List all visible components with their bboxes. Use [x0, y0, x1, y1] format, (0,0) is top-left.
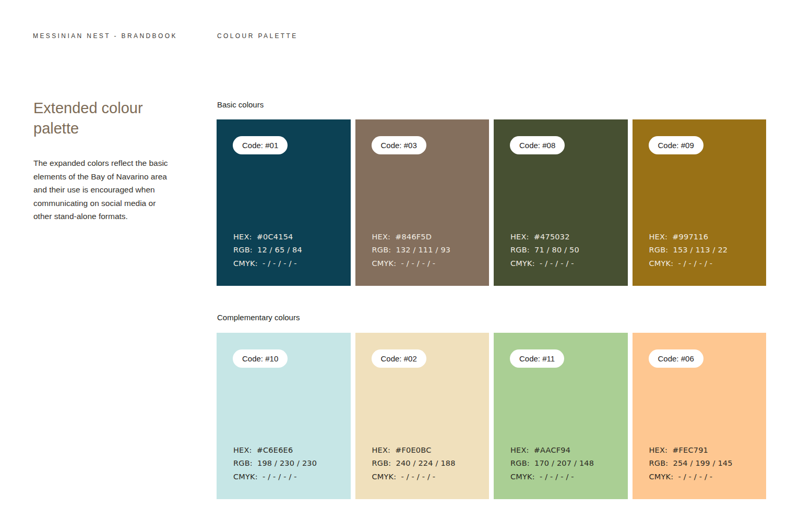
rgb-line: RGB:254 / 199 / 145	[649, 457, 733, 470]
rgb-line: RGB:170 / 207 / 148	[510, 457, 594, 470]
hex-line: HEX:#AACF94	[510, 444, 594, 457]
hex-value: #846F5D	[395, 233, 432, 241]
rgb-label: RGB:	[510, 459, 530, 467]
cmyk-line: CMYK:- / - / - / -	[510, 257, 579, 271]
color-code-label: Code: #09	[658, 141, 694, 150]
cmyk-label: CMYK:	[372, 473, 397, 481]
hex-label: HEX:	[510, 446, 529, 454]
section-label-basic-colours: Basic colours	[217, 100, 264, 109]
color-code-badge: Code: #11	[510, 349, 564, 368]
hex-label: HEX:	[233, 233, 252, 241]
rgb-line: RGB:71 / 80 / 50	[510, 244, 579, 257]
brand-header: MESSINIAN NEST - BRANDBOOK	[33, 32, 177, 40]
color-card-01: Code: #01 HEX:#0C4154 RGB:12 / 65 / 84 C…	[217, 119, 351, 286]
cmyk-value: - / - / - / -	[401, 473, 435, 481]
color-specs: HEX:#C6E6E6 RGB:198 / 230 / 230 CMYK:- /…	[233, 444, 317, 484]
color-code-label: Code: #11	[519, 354, 555, 363]
color-code-label: Code: #01	[242, 141, 278, 150]
hex-line: HEX:#C6E6E6	[233, 444, 317, 457]
color-code-badge: Code: #08	[510, 136, 565, 154]
rgb-value: 170 / 207 / 148	[534, 459, 594, 467]
cmyk-line: CMYK:- / - / - / -	[510, 470, 594, 484]
cmyk-value: - / - / - / -	[678, 473, 712, 481]
cmyk-value: - / - / - / -	[678, 259, 712, 268]
rgb-value: 254 / 199 / 145	[673, 459, 732, 467]
hex-value: #475032	[534, 233, 570, 241]
hex-value: #0C4154	[257, 233, 293, 241]
color-specs: HEX:#475032 RGB:71 / 80 / 50 CMYK:- / - …	[510, 231, 579, 271]
cmyk-value: - / - / - / -	[401, 259, 435, 268]
rgb-line: RGB:198 / 230 / 230	[233, 457, 317, 470]
rgb-label: RGB:	[649, 246, 669, 254]
rgb-label: RGB:	[233, 459, 253, 467]
cmyk-line: CMYK:- / - / - / -	[233, 257, 302, 271]
cmyk-line: CMYK:- / - / - / -	[233, 470, 317, 484]
rgb-line: RGB:153 / 113 / 22	[649, 244, 728, 257]
hex-value: #F0E0BC	[395, 446, 431, 454]
color-specs: HEX:#997116 RGB:153 / 113 / 22 CMYK:- / …	[649, 231, 728, 271]
hex-label: HEX:	[372, 233, 391, 241]
page-header: COLOUR PALETTE	[217, 32, 298, 40]
color-card-11: Code: #11 HEX:#AACF94 RGB:170 / 207 / 14…	[494, 333, 628, 499]
rgb-label: RGB:	[233, 246, 253, 254]
color-code-label: Code: #10	[242, 354, 278, 363]
complementary-colours-row: Code: #10 HEX:#C6E6E6 RGB:198 / 230 / 23…	[217, 333, 766, 499]
rgb-label: RGB:	[372, 459, 391, 467]
cmyk-line: CMYK:- / - / - / -	[649, 470, 733, 484]
color-code-badge: Code: #02	[372, 349, 426, 368]
hex-value: #AACF94	[534, 446, 570, 454]
intro-description: The expanded colors reflect the basic el…	[33, 156, 174, 223]
color-code-badge: Code: #03	[372, 136, 426, 154]
hex-label: HEX:	[649, 446, 668, 454]
rgb-value: 132 / 111 / 93	[396, 246, 450, 254]
page-title: Extended colour palette	[33, 98, 166, 139]
rgb-line: RGB:240 / 224 / 188	[372, 457, 456, 470]
cmyk-line: CMYK:- / - / - / -	[372, 470, 456, 484]
rgb-label: RGB:	[510, 246, 530, 254]
cmyk-value: - / - / - / -	[263, 259, 297, 268]
hex-line: HEX:#0C4154	[233, 231, 302, 244]
cmyk-label: CMYK:	[372, 259, 397, 268]
color-specs: HEX:#F0E0BC RGB:240 / 224 / 188 CMYK:- /…	[372, 444, 456, 484]
hex-line: HEX:#846F5D	[372, 231, 451, 244]
cmyk-label: CMYK:	[233, 473, 258, 481]
color-specs: HEX:#0C4154 RGB:12 / 65 / 84 CMYK:- / - …	[233, 231, 302, 271]
cmyk-label: CMYK:	[649, 259, 674, 268]
color-code-badge: Code: #06	[649, 349, 703, 368]
color-code-label: Code: #02	[381, 354, 417, 363]
section-label-complementary-colours: Complementary colours	[217, 313, 300, 322]
hex-line: HEX:#F0E0BC	[372, 444, 456, 457]
hex-value: #C6E6E6	[257, 446, 293, 454]
rgb-line: RGB:12 / 65 / 84	[233, 244, 302, 257]
color-code-badge: Code: #01	[233, 136, 288, 154]
hex-line: HEX:#FEC791	[649, 444, 733, 457]
cmyk-label: CMYK:	[649, 473, 674, 481]
color-card-10: Code: #10 HEX:#C6E6E6 RGB:198 / 230 / 23…	[217, 333, 351, 499]
color-card-02: Code: #02 HEX:#F0E0BC RGB:240 / 224 / 18…	[355, 333, 490, 499]
color-code-label: Code: #08	[519, 141, 555, 150]
color-code-label: Code: #03	[381, 141, 417, 150]
hex-label: HEX:	[372, 446, 391, 454]
hex-value: #FEC791	[672, 446, 708, 454]
rgb-value: 71 / 80 / 50	[534, 246, 579, 254]
cmyk-label: CMYK:	[510, 473, 535, 481]
basic-colours-row: Code: #01 HEX:#0C4154 RGB:12 / 65 / 84 C…	[217, 119, 766, 286]
rgb-line: RGB:132 / 111 / 93	[372, 244, 451, 257]
rgb-value: 198 / 230 / 230	[257, 459, 317, 467]
color-card-08: Code: #08 HEX:#475032 RGB:71 / 80 / 50 C…	[494, 119, 628, 286]
hex-label: HEX:	[233, 446, 252, 454]
hex-label: HEX:	[649, 233, 668, 241]
color-card-03: Code: #03 HEX:#846F5D RGB:132 / 111 / 93…	[355, 119, 490, 286]
rgb-label: RGB:	[649, 459, 669, 467]
color-specs: HEX:#846F5D RGB:132 / 111 / 93 CMYK:- / …	[372, 231, 451, 271]
rgb-value: 12 / 65 / 84	[257, 246, 302, 254]
cmyk-line: CMYK:- / - / - / -	[372, 257, 451, 271]
brandbook-page: MESSINIAN NEST - BRANDBOOK COLOUR PALETT…	[0, 0, 799, 532]
cmyk-line: CMYK:- / - / - / -	[649, 257, 728, 271]
color-card-06: Code: #06 HEX:#FEC791 RGB:254 / 199 / 14…	[633, 333, 767, 499]
cmyk-value: - / - / - / -	[540, 259, 574, 268]
hex-line: HEX:#997116	[649, 231, 728, 244]
color-specs: HEX:#FEC791 RGB:254 / 199 / 145 CMYK:- /…	[649, 444, 733, 484]
hex-line: HEX:#475032	[510, 231, 579, 244]
color-code-badge: Code: #09	[649, 136, 703, 154]
